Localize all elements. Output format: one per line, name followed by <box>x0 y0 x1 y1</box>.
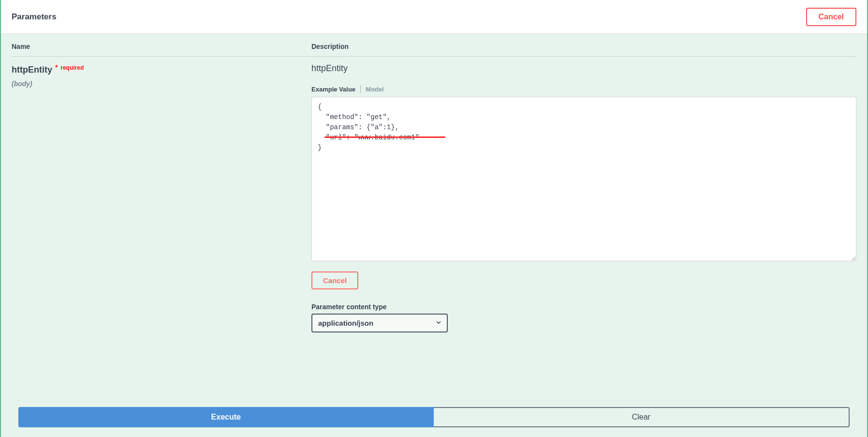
table-row: httpEntity * required (body) httpEntity … <box>12 57 856 332</box>
parameters-header: Parameters Cancel <box>1 0 867 34</box>
content-type-select-wrap: application/json <box>311 314 448 332</box>
clear-button[interactable]: Clear <box>434 407 850 427</box>
content-type-select[interactable]: application/json <box>311 314 448 332</box>
cancel-button-top[interactable]: Cancel <box>806 8 856 26</box>
required-label: required <box>60 64 84 71</box>
parameters-title: Parameters <box>12 12 57 22</box>
param-name: httpEntity <box>12 65 52 75</box>
content-type-label: Parameter content type <box>311 303 856 311</box>
cancel-button-body[interactable]: Cancel <box>311 271 358 289</box>
body-tabs: Example Value Model <box>311 85 856 93</box>
body-editor-wrap <box>311 97 856 263</box>
execute-button[interactable]: Execute <box>18 407 434 427</box>
param-name-cell: httpEntity * required (body) <box>12 63 311 332</box>
tab-example-value[interactable]: Example Value <box>311 86 360 93</box>
param-description-cell: httpEntity Example Value Model Cancel Pa… <box>311 63 856 332</box>
required-star-icon: * <box>55 63 58 71</box>
tab-divider <box>360 85 361 93</box>
body-textarea[interactable] <box>311 97 856 261</box>
action-bar: Execute Clear <box>18 407 850 427</box>
tab-model[interactable]: Model <box>366 86 384 93</box>
column-description-header: Description <box>311 43 856 50</box>
column-name-header: Name <box>12 43 311 50</box>
param-in-label: (body) <box>12 80 311 88</box>
param-description: httpEntity <box>311 63 856 74</box>
parameters-table: Name Description httpEntity * required (… <box>1 34 867 332</box>
table-header-row: Name Description <box>12 34 856 57</box>
